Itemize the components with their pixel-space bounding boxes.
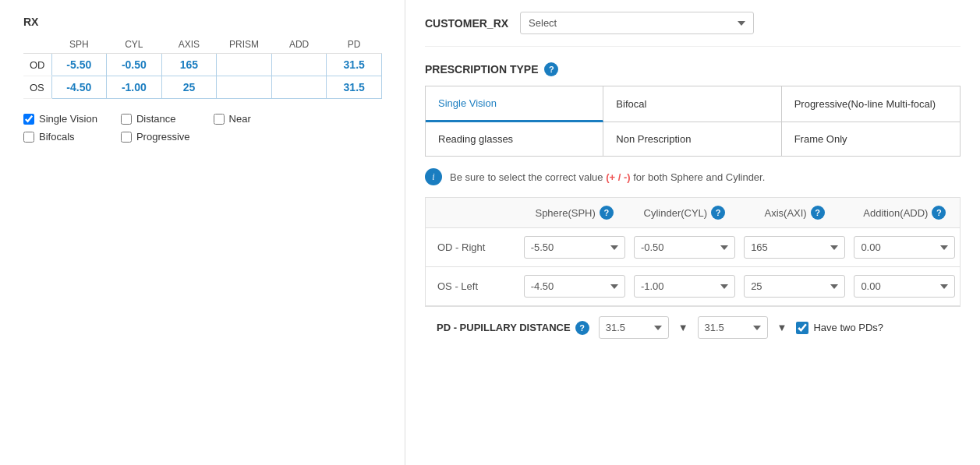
checkbox-label: Near: [229, 113, 251, 125]
prescription-btn-single-vision[interactable]: Single Vision: [426, 86, 603, 122]
info-bar: i Be sure to select the correct value (+…: [425, 168, 961, 185]
rx-form-rows: OD - Right -5.50 -0.50 165 0.00 OS - Lef…: [426, 228, 960, 305]
cell-prism: [217, 76, 272, 99]
sph-help-icon[interactable]: ?: [600, 206, 614, 220]
field-add: 0.00: [850, 236, 960, 259]
form-row-id: OS - Left: [426, 280, 519, 292]
right-panel: CUSTOMER_RX Select PRESCRIPTION TYPE ? S…: [405, 0, 980, 465]
table-row: OD -5.50 -0.50 165 31.5: [23, 54, 382, 76]
checkbox-section: Single VisionBifocals DistanceProgressiv…: [23, 113, 389, 143]
prescription-grid: Single VisionBifocalProgressive(No-line …: [425, 86, 961, 157]
rx-form-header: Sphere(SPH) ? Cylinder(CYL) ? Axis(AXI) …: [426, 198, 960, 228]
prescription-btn-bifocal[interactable]: Bifocal: [603, 86, 781, 122]
customer-rx-row: CUSTOMER_RX Select: [425, 12, 961, 47]
col-add: ADD: [271, 36, 327, 54]
sph-select[interactable]: -5.50: [524, 236, 625, 259]
prescription-btn-reading-glasses[interactable]: Reading glasses: [426, 122, 603, 156]
col-cyl: CYL: [107, 36, 162, 54]
row-label: OD: [23, 54, 51, 76]
prescription-btn-non-prescription[interactable]: Non Prescription: [603, 122, 781, 156]
checkbox-item: Single Vision: [23, 113, 97, 125]
have-two-pds: Have two PDs?: [796, 322, 883, 334]
checkbox-item: Distance: [121, 113, 190, 125]
have-two-pds-checkbox[interactable]: [796, 322, 808, 334]
prescription-btn-progressive(no-line-multi-focal)[interactable]: Progressive(No-line Multi-focal): [782, 86, 960, 122]
pd-select-2[interactable]: 31.5: [698, 316, 768, 339]
cell-pd: 31.5: [327, 54, 382, 76]
sph-select[interactable]: -4.50: [524, 275, 625, 298]
col-header-sph: Sphere(SPH) ?: [519, 206, 629, 220]
checkbox-input[interactable]: [23, 132, 34, 143]
prescription-type-section: PRESCRIPTION TYPE ? Single VisionBifocal…: [425, 62, 961, 157]
pd-triangle2-icon: ▼: [777, 322, 787, 333]
field-cyl: -0.50: [629, 236, 739, 259]
cell-add: [271, 76, 327, 99]
rx-form: Sphere(SPH) ? Cylinder(CYL) ? Axis(AXI) …: [425, 197, 961, 306]
add-help-icon[interactable]: ?: [932, 206, 946, 220]
table-row: OS -4.50 -1.00 25 31.5: [23, 76, 382, 99]
info-icon: i: [425, 168, 442, 185]
have-two-pds-label: Have two PDs?: [813, 322, 883, 333]
customer-rx-select[interactable]: Select: [520, 12, 754, 34]
checkbox-item: Near: [214, 113, 251, 125]
field-axis: 165: [740, 236, 850, 259]
checkbox-label: Single Vision: [39, 113, 97, 125]
cell-pd: 31.5: [327, 76, 382, 99]
add-select[interactable]: 0.00: [854, 275, 955, 298]
axis-select[interactable]: 165: [744, 236, 845, 259]
cell-cyl: -0.50: [107, 54, 162, 76]
axis-select[interactable]: 25: [744, 275, 845, 298]
col-axis: AXIS: [161, 36, 217, 54]
form-row-id: OD - Right: [426, 241, 519, 253]
col-header-cyl: Cylinder(CYL) ?: [629, 206, 739, 220]
pd-select-1[interactable]: 31.5: [599, 316, 669, 339]
prescription-btn-frame-only[interactable]: Frame Only: [782, 122, 960, 156]
field-add: 0.00: [850, 275, 960, 298]
checkbox-col-1: Single VisionBifocals: [23, 113, 97, 143]
pd-label: PD - PUPILLARY DISTANCE ?: [437, 321, 589, 335]
cell-prism: [217, 54, 272, 76]
checkbox-input[interactable]: [214, 114, 225, 125]
info-text: Be sure to select the correct value (+ /…: [450, 171, 765, 183]
col-sph: SPH: [51, 36, 107, 54]
checkbox-item: Progressive: [121, 131, 190, 143]
checkbox-label: Progressive: [136, 131, 190, 143]
rx-label: RX: [23, 16, 389, 28]
prescription-type-title: PRESCRIPTION TYPE ?: [425, 62, 961, 76]
pd-row: PD - PUPILLARY DISTANCE ? 31.5 ▼ 31.5 ▼ …: [425, 306, 961, 348]
checkbox-label: Distance: [136, 113, 176, 125]
cyl-select[interactable]: -0.50: [634, 236, 735, 259]
col-header-empty: [426, 206, 519, 220]
checkbox-col-3: Near: [214, 113, 251, 143]
add-select[interactable]: 0.00: [854, 236, 955, 259]
row-label: OS: [23, 76, 51, 99]
pd-triangle-icon: ▼: [678, 322, 688, 333]
col-prism: PRISM: [217, 36, 272, 54]
left-panel: RX SPH CYL AXIS PRISM ADD PD OD -5.50 -0…: [0, 0, 405, 465]
col-pd: PD: [327, 36, 382, 54]
customer-rx-label: CUSTOMER_RX: [425, 17, 508, 30]
rx-form-row: OS - Left -4.50 -1.00 25 0.00: [426, 267, 960, 305]
checkbox-input[interactable]: [121, 114, 132, 125]
checkbox-item: Bifocals: [23, 131, 97, 143]
cell-axis: 25: [161, 76, 217, 99]
checkbox-label: Bifocals: [39, 131, 75, 143]
checkbox-input[interactable]: [121, 132, 132, 143]
checkbox-input[interactable]: [23, 114, 34, 125]
cyl-select[interactable]: -1.00: [634, 275, 735, 298]
field-sph: -4.50: [519, 275, 629, 298]
rx-table: SPH CYL AXIS PRISM ADD PD OD -5.50 -0.50…: [23, 36, 382, 99]
rx-form-row: OD - Right -5.50 -0.50 165 0.00: [426, 228, 960, 267]
cell-sph: -5.50: [51, 54, 107, 76]
cell-axis: 165: [161, 54, 217, 76]
cyl-help-icon[interactable]: ?: [711, 206, 725, 220]
field-cyl: -1.00: [629, 275, 739, 298]
pd-help-icon[interactable]: ?: [575, 321, 589, 335]
axis-help-icon[interactable]: ?: [811, 206, 825, 220]
field-axis: 25: [740, 275, 850, 298]
col-header-add: Addition(ADD) ?: [850, 206, 960, 220]
field-sph: -5.50: [519, 236, 629, 259]
col-header-axis: Axis(AXI) ?: [740, 206, 850, 220]
cell-cyl: -1.00: [107, 76, 162, 99]
prescription-type-help-icon[interactable]: ?: [544, 62, 558, 76]
